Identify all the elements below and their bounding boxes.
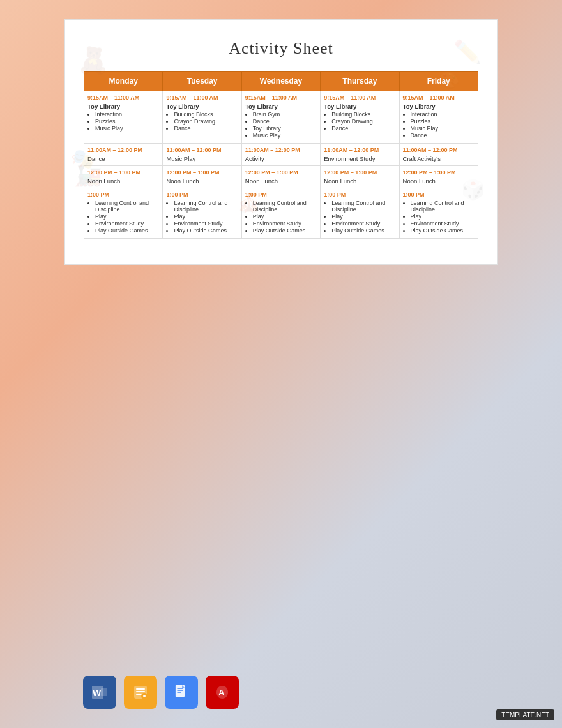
time-slot: 1:00 PM bbox=[87, 192, 159, 198]
time-slot: 12:00 PM – 1:00 PM bbox=[245, 169, 317, 176]
list-item: Puzzles bbox=[95, 118, 159, 125]
list-item: Play Outside Games bbox=[253, 227, 317, 234]
activity-list: Building BlocksCrayon DrawingDance bbox=[166, 111, 238, 132]
time-slot: 12:00 PM – 1:00 PM bbox=[403, 169, 475, 176]
list-item: Dance bbox=[253, 118, 317, 125]
list-item: Learning Control and Discipline bbox=[411, 200, 475, 213]
schedule-row-1: 9:15AM – 11:00 AMToy LibraryInteractionP… bbox=[84, 91, 478, 144]
list-item: Crayon Drawing bbox=[174, 118, 238, 125]
cell-r3-c1: 12:00 PM – 1:00 PMNoon Lunch bbox=[84, 166, 163, 188]
schedule-row-4: 1:00 PMLearning Control and DisciplinePl… bbox=[84, 188, 478, 239]
activity-list: Learning Control and DisciplinePlayEnvir… bbox=[87, 200, 159, 234]
list-item: Play bbox=[331, 213, 395, 220]
cell-r4-c5: 1:00 PMLearning Control and DisciplinePl… bbox=[399, 188, 478, 239]
list-item: Learning Control and Discipline bbox=[331, 200, 395, 213]
cell-r3-c2: 12:00 PM – 1:00 PMNoon Lunch bbox=[163, 166, 241, 188]
time-slot: 1:00 PM bbox=[324, 192, 395, 198]
activity-list: Brain GymDanceToy LibraryMusic Play bbox=[245, 111, 317, 139]
cell-r4-c1: 1:00 PMLearning Control and DisciplinePl… bbox=[84, 188, 163, 239]
cell-r2-c2: 11:00AM – 12:00 PMMusic Play bbox=[163, 144, 241, 166]
header-wednesday: Wednesday bbox=[241, 72, 320, 91]
cell-r1-c1: 9:15AM – 11:00 AMToy LibraryInteractionP… bbox=[84, 91, 163, 144]
activity-label: Toy Library bbox=[324, 103, 395, 110]
activity-list: Learning Control and DisciplinePlayEnvir… bbox=[324, 200, 395, 234]
cell-r2-c5: 11:00AM – 12:00 PMCraft Activity's bbox=[399, 144, 478, 166]
list-item: Music Play bbox=[411, 125, 475, 132]
cell-r4-c2: 1:00 PMLearning Control and DisciplinePl… bbox=[163, 188, 241, 239]
template-net-badge: TEMPLATE.NET bbox=[496, 709, 554, 720]
time-slot: 11:00AM – 12:00 PM bbox=[245, 147, 317, 153]
list-item: Play Outside Games bbox=[331, 227, 395, 234]
list-item: Dance bbox=[411, 132, 475, 139]
docs-icon[interactable] bbox=[165, 676, 198, 709]
time-slot: 1:00 PM bbox=[403, 192, 475, 198]
time-slot: 11:00AM – 12:00 PM bbox=[403, 147, 475, 153]
activity-list: Learning Control and DisciplinePlayEnvir… bbox=[245, 200, 317, 234]
activity-list: InteractionPuzzlesMusic PlayDance bbox=[403, 111, 475, 139]
list-item: Play bbox=[253, 213, 317, 220]
cell-r1-c5: 9:15AM – 11:00 AMToy LibraryInteractionP… bbox=[399, 91, 478, 144]
list-item: Play bbox=[174, 213, 238, 220]
time-slot: 11:00AM – 12:00 PM bbox=[166, 147, 238, 153]
cell-r3-c5: 12:00 PM – 1:00 PMNoon Lunch bbox=[399, 166, 478, 188]
list-item: Play Outside Games bbox=[95, 227, 159, 234]
header-row: Monday Tuesday Wednesday Thursday Friday bbox=[84, 72, 478, 91]
time-slot: 9:15AM – 11:00 AM bbox=[245, 95, 317, 101]
header-tuesday: Tuesday bbox=[163, 72, 241, 91]
pages-icon[interactable] bbox=[124, 676, 157, 709]
bottom-icons: W A bbox=[70, 676, 239, 709]
list-item: Environment Study bbox=[95, 220, 159, 227]
time-slot: 12:00 PM – 1:00 PM bbox=[324, 169, 395, 176]
plain-activity: Noon Lunch bbox=[166, 178, 238, 185]
header-thursday: Thursday bbox=[321, 72, 399, 91]
svg-rect-2 bbox=[101, 688, 107, 696]
list-item: Environment Study bbox=[174, 220, 238, 227]
time-slot: 1:00 PM bbox=[166, 192, 238, 198]
acrobat-icon[interactable]: A bbox=[206, 676, 239, 709]
list-item: Environment Study bbox=[253, 220, 317, 227]
page-wrapper: 🧸 ✏️ 🎨 🎭 🚂 🎲 🎪 Activity Sheet Monday Tue… bbox=[64, 19, 498, 265]
list-item: Music Play bbox=[253, 132, 317, 139]
cell-r1-c4: 9:15AM – 11:00 AMToy LibraryBuilding Blo… bbox=[321, 91, 399, 144]
list-item: Play Outside Games bbox=[174, 227, 238, 234]
list-item: Brain Gym bbox=[253, 111, 317, 118]
time-slot: 9:15AM – 11:00 AM bbox=[87, 95, 159, 101]
list-item: Puzzles bbox=[411, 118, 475, 125]
activity-label: Toy Library bbox=[245, 103, 317, 110]
header-monday: Monday bbox=[84, 72, 163, 91]
list-item: Play Outside Games bbox=[411, 227, 475, 234]
plain-activity: Noon Lunch bbox=[403, 178, 475, 185]
time-slot: 11:00AM – 12:00 PM bbox=[87, 147, 159, 153]
list-item: Play bbox=[95, 213, 159, 220]
cell-r2-c1: 11:00AM – 12:00 PMDance bbox=[84, 144, 163, 166]
activity-list: Learning Control and DisciplinePlayEnvir… bbox=[403, 200, 475, 234]
time-slot: 9:15AM – 11:00 AM bbox=[166, 95, 238, 101]
plain-activity: Environment Study bbox=[324, 155, 395, 162]
list-item: Play bbox=[411, 213, 475, 220]
plain-activity: Activity bbox=[245, 155, 317, 162]
list-item: Learning Control and Discipline bbox=[253, 200, 317, 213]
time-slot: 12:00 PM – 1:00 PM bbox=[87, 169, 159, 176]
activity-list: Building BlocksCrayon DrawingDance bbox=[324, 111, 395, 132]
plain-activity: Noon Lunch bbox=[87, 178, 159, 185]
schedule-row-3: 12:00 PM – 1:00 PMNoon Lunch12:00 PM – 1… bbox=[84, 166, 478, 188]
plain-activity: Music Play bbox=[166, 155, 238, 162]
svg-text:A: A bbox=[218, 688, 225, 697]
cell-r2-c4: 11:00AM – 12:00 PMEnvironment Study bbox=[321, 144, 399, 166]
plain-activity: Craft Activity's bbox=[403, 155, 475, 162]
page-title: Activity Sheet bbox=[84, 39, 478, 58]
list-item: Toy Library bbox=[253, 125, 317, 132]
cell-r4-c3: 1:00 PMLearning Control and DisciplinePl… bbox=[241, 188, 320, 239]
list-item: Learning Control and Discipline bbox=[95, 200, 159, 213]
activity-list: InteractionPuzzlesMusic Play bbox=[87, 111, 159, 132]
activity-list: Learning Control and DisciplinePlayEnvir… bbox=[166, 200, 238, 234]
schedule-row-2: 11:00AM – 12:00 PMDance11:00AM – 12:00 P… bbox=[84, 144, 478, 166]
plain-activity: Noon Lunch bbox=[324, 178, 395, 185]
activity-label: Toy Library bbox=[403, 103, 475, 110]
list-item: Building Blocks bbox=[331, 111, 395, 118]
word-icon[interactable]: W bbox=[83, 676, 116, 709]
cell-r1-c2: 9:15AM – 11:00 AMToy LibraryBuilding Blo… bbox=[163, 91, 241, 144]
list-item: Interaction bbox=[95, 111, 159, 118]
cell-r3-c3: 12:00 PM – 1:00 PMNoon Lunch bbox=[241, 166, 320, 188]
list-item: Building Blocks bbox=[174, 111, 238, 118]
